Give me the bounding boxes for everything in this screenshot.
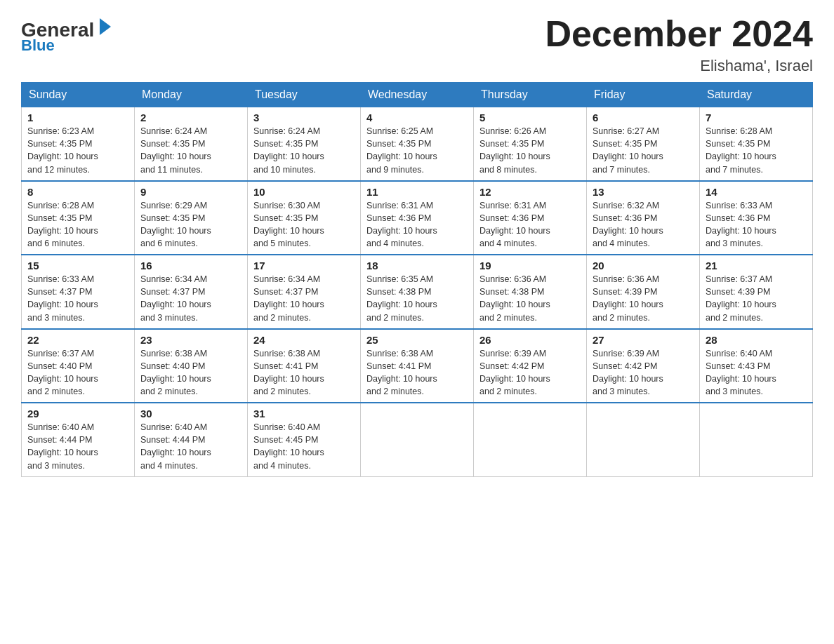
calendar-cell: 13Sunrise: 6:32 AMSunset: 4:36 PMDayligh… bbox=[587, 181, 700, 255]
day-info: Sunrise: 6:23 AMSunset: 4:35 PMDaylight:… bbox=[27, 125, 128, 176]
day-info: Sunrise: 6:38 AMSunset: 4:40 PMDaylight:… bbox=[140, 347, 241, 398]
calendar-cell: 21Sunrise: 6:37 AMSunset: 4:39 PMDayligh… bbox=[700, 255, 813, 329]
day-info: Sunrise: 6:33 AMSunset: 4:37 PMDaylight:… bbox=[27, 273, 128, 324]
calendar-cell: 20Sunrise: 6:36 AMSunset: 4:39 PMDayligh… bbox=[587, 255, 700, 329]
calendar-cell: 8Sunrise: 6:28 AMSunset: 4:35 PMDaylight… bbox=[22, 181, 135, 255]
day-info: Sunrise: 6:36 AMSunset: 4:38 PMDaylight:… bbox=[479, 273, 581, 324]
location: Elishama', Israel bbox=[545, 57, 813, 75]
day-number: 10 bbox=[253, 186, 355, 198]
day-header-sunday: Sunday bbox=[22, 83, 135, 107]
day-number: 24 bbox=[253, 334, 355, 346]
calendar-cell: 14Sunrise: 6:33 AMSunset: 4:36 PMDayligh… bbox=[700, 181, 813, 255]
day-header-saturday: Saturday bbox=[700, 83, 813, 107]
day-number: 31 bbox=[253, 408, 355, 420]
calendar-cell: 17Sunrise: 6:34 AMSunset: 4:37 PMDayligh… bbox=[248, 255, 361, 329]
day-number: 3 bbox=[253, 112, 355, 123]
calendar-cell bbox=[587, 403, 700, 476]
calendar-cell: 29Sunrise: 6:40 AMSunset: 4:44 PMDayligh… bbox=[22, 403, 135, 476]
day-info: Sunrise: 6:31 AMSunset: 4:36 PMDaylight:… bbox=[479, 199, 581, 250]
day-info: Sunrise: 6:34 AMSunset: 4:37 PMDaylight:… bbox=[140, 273, 241, 324]
month-title: December 2024 bbox=[545, 14, 813, 54]
day-info: Sunrise: 6:39 AMSunset: 4:42 PMDaylight:… bbox=[593, 347, 694, 398]
week-row-1: 1Sunrise: 6:23 AMSunset: 4:35 PMDaylight… bbox=[22, 107, 813, 181]
day-number: 18 bbox=[366, 260, 468, 271]
logo-graphic: General Blue bbox=[21, 14, 112, 53]
day-info: Sunrise: 6:33 AMSunset: 4:36 PMDaylight:… bbox=[706, 199, 807, 250]
day-info: Sunrise: 6:34 AMSunset: 4:37 PMDaylight:… bbox=[253, 273, 355, 324]
day-number: 19 bbox=[479, 260, 581, 271]
day-number: 15 bbox=[27, 260, 128, 271]
day-info: Sunrise: 6:31 AMSunset: 4:36 PMDaylight:… bbox=[366, 199, 468, 250]
day-info: Sunrise: 6:38 AMSunset: 4:41 PMDaylight:… bbox=[366, 347, 468, 398]
calendar-cell: 28Sunrise: 6:40 AMSunset: 4:43 PMDayligh… bbox=[700, 329, 813, 403]
calendar-cell bbox=[361, 403, 474, 476]
day-info: Sunrise: 6:38 AMSunset: 4:41 PMDaylight:… bbox=[253, 347, 355, 398]
calendar-cell: 26Sunrise: 6:39 AMSunset: 4:42 PMDayligh… bbox=[474, 329, 587, 403]
day-number: 25 bbox=[366, 334, 468, 346]
day-number: 23 bbox=[140, 334, 241, 346]
day-info: Sunrise: 6:37 AMSunset: 4:39 PMDaylight:… bbox=[706, 273, 807, 324]
day-info: Sunrise: 6:29 AMSunset: 4:35 PMDaylight:… bbox=[140, 199, 241, 250]
day-info: Sunrise: 6:36 AMSunset: 4:39 PMDaylight:… bbox=[593, 273, 694, 324]
day-number: 1 bbox=[27, 112, 128, 123]
calendar-cell: 19Sunrise: 6:36 AMSunset: 4:38 PMDayligh… bbox=[474, 255, 587, 329]
day-number: 16 bbox=[140, 260, 241, 271]
week-row-3: 15Sunrise: 6:33 AMSunset: 4:37 PMDayligh… bbox=[22, 255, 813, 329]
day-number: 11 bbox=[366, 186, 468, 198]
calendar-cell: 4Sunrise: 6:25 AMSunset: 4:35 PMDaylight… bbox=[361, 107, 474, 181]
day-number: 8 bbox=[27, 186, 128, 198]
calendar-cell bbox=[474, 403, 587, 476]
week-row-2: 8Sunrise: 6:28 AMSunset: 4:35 PMDaylight… bbox=[22, 181, 813, 255]
day-info: Sunrise: 6:28 AMSunset: 4:35 PMDaylight:… bbox=[27, 199, 128, 250]
calendar-cell: 11Sunrise: 6:31 AMSunset: 4:36 PMDayligh… bbox=[361, 181, 474, 255]
day-number: 26 bbox=[479, 334, 581, 346]
day-number: 22 bbox=[27, 334, 128, 346]
week-row-5: 29Sunrise: 6:40 AMSunset: 4:44 PMDayligh… bbox=[22, 403, 813, 476]
calendar-cell: 16Sunrise: 6:34 AMSunset: 4:37 PMDayligh… bbox=[135, 255, 248, 329]
day-header-tuesday: Tuesday bbox=[248, 83, 361, 107]
day-header-thursday: Thursday bbox=[474, 83, 587, 107]
day-info: Sunrise: 6:40 AMSunset: 4:45 PMDaylight:… bbox=[253, 421, 355, 472]
calendar-cell: 7Sunrise: 6:28 AMSunset: 4:35 PMDaylight… bbox=[700, 107, 813, 181]
day-number: 5 bbox=[479, 112, 581, 123]
calendar-cell bbox=[700, 403, 813, 476]
day-number: 4 bbox=[366, 112, 468, 123]
calendar-cell: 5Sunrise: 6:26 AMSunset: 4:35 PMDaylight… bbox=[474, 107, 587, 181]
day-info: Sunrise: 6:25 AMSunset: 4:35 PMDaylight:… bbox=[366, 125, 468, 176]
day-number: 13 bbox=[593, 186, 694, 198]
day-info: Sunrise: 6:26 AMSunset: 4:35 PMDaylight:… bbox=[479, 125, 581, 176]
day-number: 2 bbox=[140, 112, 241, 123]
day-header-wednesday: Wednesday bbox=[361, 83, 474, 107]
day-number: 7 bbox=[706, 112, 807, 123]
day-number: 14 bbox=[706, 186, 807, 198]
calendar-cell: 18Sunrise: 6:35 AMSunset: 4:38 PMDayligh… bbox=[361, 255, 474, 329]
calendar-cell: 30Sunrise: 6:40 AMSunset: 4:44 PMDayligh… bbox=[135, 403, 248, 476]
calendar-cell: 12Sunrise: 6:31 AMSunset: 4:36 PMDayligh… bbox=[474, 181, 587, 255]
calendar-cell: 9Sunrise: 6:29 AMSunset: 4:35 PMDaylight… bbox=[135, 181, 248, 255]
day-info: Sunrise: 6:37 AMSunset: 4:40 PMDaylight:… bbox=[27, 347, 128, 398]
day-info: Sunrise: 6:30 AMSunset: 4:35 PMDaylight:… bbox=[253, 199, 355, 250]
day-number: 21 bbox=[706, 260, 807, 271]
day-number: 28 bbox=[706, 334, 807, 346]
day-number: 9 bbox=[140, 186, 241, 198]
calendar-cell: 6Sunrise: 6:27 AMSunset: 4:35 PMDaylight… bbox=[587, 107, 700, 181]
page-header: General Blue December 2024 Elishama', Is… bbox=[21, 14, 813, 75]
calendar-cell: 1Sunrise: 6:23 AMSunset: 4:35 PMDaylight… bbox=[22, 107, 135, 181]
calendar-cell: 25Sunrise: 6:38 AMSunset: 4:41 PMDayligh… bbox=[361, 329, 474, 403]
calendar-cell: 23Sunrise: 6:38 AMSunset: 4:40 PMDayligh… bbox=[135, 329, 248, 403]
day-number: 27 bbox=[593, 334, 694, 346]
day-info: Sunrise: 6:27 AMSunset: 4:35 PMDaylight:… bbox=[593, 125, 694, 176]
day-info: Sunrise: 6:39 AMSunset: 4:42 PMDaylight:… bbox=[479, 347, 581, 398]
day-number: 17 bbox=[253, 260, 355, 271]
day-header-friday: Friday bbox=[587, 83, 700, 107]
svg-marker-1 bbox=[100, 18, 111, 35]
calendar-cell: 24Sunrise: 6:38 AMSunset: 4:41 PMDayligh… bbox=[248, 329, 361, 403]
logo: General Blue bbox=[21, 14, 112, 53]
week-row-4: 22Sunrise: 6:37 AMSunset: 4:40 PMDayligh… bbox=[22, 329, 813, 403]
svg-text:Blue: Blue bbox=[21, 36, 55, 53]
day-info: Sunrise: 6:40 AMSunset: 4:44 PMDaylight:… bbox=[27, 421, 128, 472]
calendar-cell: 10Sunrise: 6:30 AMSunset: 4:35 PMDayligh… bbox=[248, 181, 361, 255]
day-number: 6 bbox=[593, 112, 694, 123]
calendar-cell: 3Sunrise: 6:24 AMSunset: 4:35 PMDaylight… bbox=[248, 107, 361, 181]
day-info: Sunrise: 6:40 AMSunset: 4:43 PMDaylight:… bbox=[706, 347, 807, 398]
